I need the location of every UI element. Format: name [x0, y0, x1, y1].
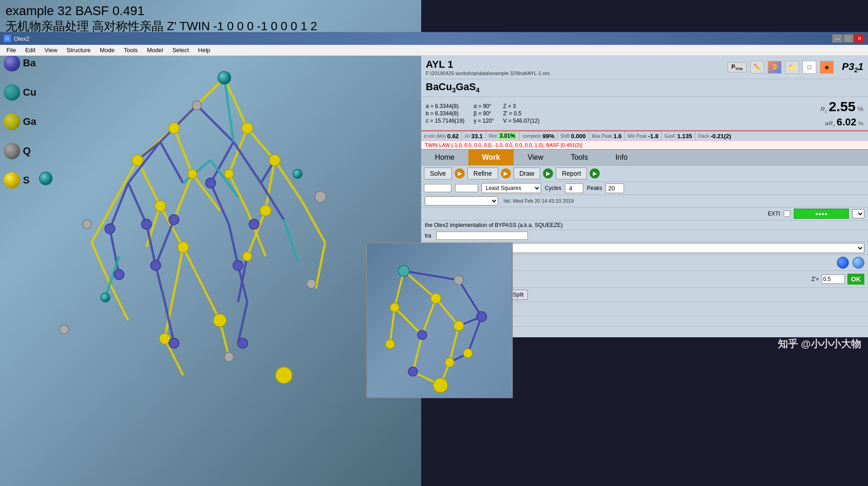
menu-structure[interactable]: Structure [62, 46, 95, 54]
svg-point-80 [114, 270, 124, 280]
atom-item-ga[interactable]: Ga [4, 113, 36, 130]
hkl-select[interactable] [425, 196, 498, 205]
hkl-row: hkl: Wed Feb 20 14:43:33 2019 [421, 194, 868, 207]
beta-param: β = 90° [473, 110, 494, 117]
ga-label: Ga [23, 116, 36, 128]
draw-arrow[interactable]: ▶ [543, 168, 553, 178]
svg-line-91 [422, 298, 436, 335]
peaks-input[interactable] [606, 184, 624, 193]
refine-arrow[interactable]: ▶ [501, 168, 511, 178]
svg-point-56 [39, 172, 52, 185]
r1-value: 2.55 [829, 99, 855, 114]
pton-button[interactable]: PTON [727, 62, 747, 72]
menu-select[interactable]: Select [168, 46, 193, 54]
svg-line-11 [174, 174, 192, 220]
menu-file[interactable]: File [2, 46, 21, 54]
svg-line-3 [137, 128, 174, 160]
watermark: 知乎 @小小小大物 [778, 337, 861, 351]
svg-point-77 [307, 279, 316, 288]
folder-button[interactable]: 📁 [785, 61, 799, 74]
extra-row: tra [421, 230, 868, 241]
main-viewport[interactable] [0, 0, 421, 486]
svg-line-45 [238, 302, 247, 343]
svg-point-58 [293, 169, 302, 178]
svg-line-54 [284, 220, 298, 261]
svg-point-105 [454, 275, 463, 285]
atom-item-q[interactable]: Q [4, 143, 36, 159]
svg-line-30 [197, 105, 233, 142]
svg-point-106 [390, 303, 399, 312]
blue-circle-btn[interactable] [837, 257, 849, 269]
shift-input[interactable] [455, 184, 478, 192]
report-button[interactable]: Report [556, 167, 587, 179]
solve-arrow[interactable]: ▶ [455, 168, 465, 178]
flack-stat: Flack -0.21(2) [695, 131, 734, 140]
svg-point-107 [477, 312, 487, 322]
svg-line-43 [238, 265, 247, 302]
menu-model[interactable]: Model [142, 46, 168, 54]
draw-button[interactable]: Draw [514, 167, 541, 179]
rint-stat: Rint 3.01% [486, 131, 520, 140]
tab-info[interactable]: Info [602, 150, 641, 165]
maximize-button[interactable]: □ [843, 34, 853, 43]
menu-mode[interactable]: Mode [95, 46, 119, 54]
svg-point-57 [101, 293, 110, 302]
a-param: a = 6.3344(8) [426, 103, 464, 109]
program-input[interactable] [424, 184, 451, 192]
popup-viewport[interactable] [366, 243, 513, 398]
menu-view[interactable]: View [40, 46, 62, 54]
tab-work[interactable]: Work [468, 150, 514, 165]
svg-point-75 [224, 352, 233, 362]
close-button[interactable]: ✕ [854, 34, 864, 43]
method-select[interactable]: Least Squares [482, 183, 541, 193]
atom-item-ba[interactable]: Ba [4, 55, 36, 71]
menu-help[interactable]: Help [194, 46, 215, 54]
svg-line-13 [229, 174, 247, 211]
tab-tools[interactable]: Tools [557, 150, 602, 165]
minimize-button[interactable]: — [832, 34, 842, 43]
s-label: S [23, 174, 30, 186]
menu-edit[interactable]: Edit [21, 46, 40, 54]
svg-point-85 [141, 219, 152, 229]
tab-view[interactable]: View [514, 150, 557, 165]
stats-bar: d min (Mo) 0.62 I/o 33.1 Rint 3.01% comp… [421, 130, 868, 140]
svg-point-61 [132, 155, 143, 166]
svg-point-114 [433, 378, 448, 393]
alpha-param: α = 90° [473, 103, 494, 109]
palette-button[interactable]: 🎨 [768, 61, 781, 74]
menu-tools[interactable]: Tools [119, 46, 142, 54]
ba-sphere [4, 55, 20, 71]
cycles-input[interactable] [565, 184, 583, 193]
orange-button[interactable]: ◈ [820, 61, 834, 74]
extra-input[interactable] [436, 232, 528, 240]
svg-point-68 [243, 252, 252, 261]
refine-bar: Least Squares Cycles Peaks [421, 181, 868, 194]
zprime-param: Z' = 0.5 [503, 110, 540, 117]
svg-line-34 [211, 142, 233, 183]
popup-molecule-svg [367, 243, 514, 399]
blue-ball-btn[interactable] [852, 257, 864, 269]
atom-item-cu[interactable]: Cu [4, 84, 36, 101]
atom-item-s[interactable]: S [4, 172, 36, 189]
svg-line-22 [92, 201, 114, 243]
action-bar: Solve ▶ Refine ▶ Draw ▶ Report ▶ [421, 165, 868, 181]
tab-home[interactable]: Home [421, 150, 468, 165]
pencil-button[interactable]: ✏️ [750, 61, 764, 74]
svg-line-24 [92, 243, 110, 284]
svg-point-82 [169, 338, 179, 348]
svg-point-112 [445, 358, 454, 367]
white-button[interactable]: □ [803, 61, 816, 74]
ok-button[interactable]: OK [847, 274, 864, 285]
exti-checkbox[interactable] [784, 211, 790, 217]
overlay-line1: example 32 BASF 0.491 [5, 4, 317, 18]
exti-select[interactable] [852, 209, 864, 218]
svg-point-69 [213, 314, 226, 327]
solve-button[interactable]: Solve [424, 167, 452, 179]
report-arrow[interactable]: ▶ [590, 168, 600, 178]
svg-line-39 [110, 229, 119, 275]
svg-line-27 [220, 320, 229, 357]
z-prime-input[interactable] [822, 275, 845, 284]
refine-button[interactable]: Refine [467, 167, 498, 179]
c-param: c = 15.7146(19) [426, 118, 464, 124]
shift-value: 0.000 [571, 133, 586, 140]
